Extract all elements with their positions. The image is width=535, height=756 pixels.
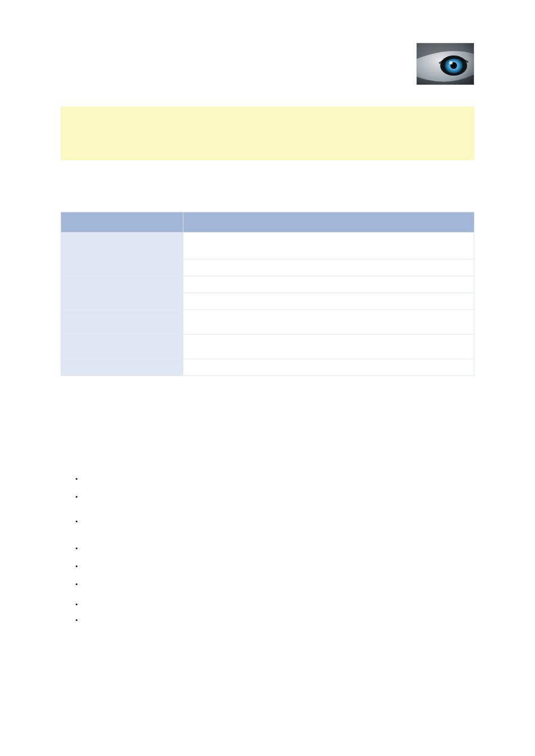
- table-header-row: [61, 212, 474, 233]
- svg-point-4: [449, 61, 453, 64]
- callout-box: [61, 106, 474, 160]
- table-row: [61, 359, 474, 376]
- table-header-key: [61, 212, 183, 233]
- table-cell-key: [61, 233, 183, 259]
- table-row: [61, 310, 474, 335]
- table-cell-value: [183, 335, 474, 359]
- table-cell-key: [61, 259, 183, 276]
- table-cell-value: [183, 293, 474, 310]
- logo-image: [416, 43, 474, 85]
- table-row: [61, 335, 474, 359]
- table-row: [61, 276, 474, 293]
- table-row: [61, 293, 474, 310]
- table-cell-key: [61, 335, 183, 359]
- table-header-value: [183, 212, 474, 233]
- document-page: [0, 0, 535, 756]
- table-cell-value: [183, 276, 474, 293]
- table-row: [61, 233, 474, 259]
- table-cell-key: [61, 293, 183, 310]
- table-cell-value: [183, 310, 474, 335]
- table-cell-value: [183, 359, 474, 376]
- table-cell-value: [183, 233, 474, 259]
- properties-table: [61, 212, 474, 376]
- table-row: [61, 259, 474, 276]
- table-cell-key: [61, 359, 183, 376]
- table-cell-value: [183, 259, 474, 276]
- table-cell-key: [61, 276, 183, 293]
- wolf-eye-icon: [417, 43, 474, 85]
- table-cell-key: [61, 310, 183, 335]
- table-body: [61, 233, 474, 376]
